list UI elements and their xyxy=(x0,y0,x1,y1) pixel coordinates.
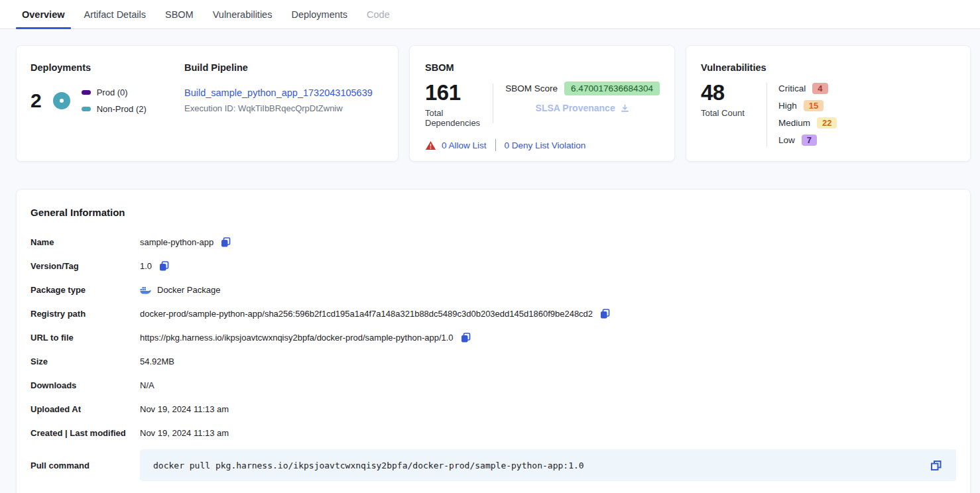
build-pipeline-section: Build Pipeline Build_sample_python_app_1… xyxy=(184,62,385,148)
deployments-section: Deployments 2 Prod (0) Non-Prod (2) xyxy=(31,62,184,148)
execution-id-text: Execution ID: WqkTiIbBRqecQrpDtZwniw xyxy=(184,103,385,113)
tab-artifact-details-label: Artifact Details xyxy=(84,9,146,20)
tab-overview[interactable]: Overview xyxy=(16,0,71,28)
created-modified-value: Nov 19, 2024 11:13 am xyxy=(140,428,229,438)
name-label: Name xyxy=(31,237,140,247)
vulnerabilities-divider xyxy=(766,83,767,146)
download-icon xyxy=(620,103,630,113)
general-information-rows: Name sample-python-app Version/Tag 1.0 xyxy=(31,235,956,481)
severity-list: Critical 4 High 15 Medium 22 Low 7 xyxy=(778,82,837,146)
version-tag-label: Version/Tag xyxy=(31,261,140,271)
copy-icon xyxy=(929,459,943,472)
allow-list-label: 0 Allow List xyxy=(442,140,487,150)
registry-path-value: docker-prod/sample-python-app/sha256:596… xyxy=(140,309,593,319)
severity-row-critical: Critical 4 xyxy=(778,82,837,95)
prod-legend-swatch xyxy=(82,90,91,95)
vulnerabilities-body: 48 Total Count Critical 4 High 15 Medium xyxy=(701,82,955,146)
vulnerabilities-total-count: 48 xyxy=(701,82,755,103)
links-separator xyxy=(495,139,496,151)
url-to-file-value: https://pkg.harness.io/ikpsjoavtcwxnqisy… xyxy=(140,333,454,343)
sbom-policy-links: 0 Allow List 0 Deny List Violation xyxy=(425,139,660,151)
sbom-title: SBOM xyxy=(425,62,660,73)
tab-vulnerabilities[interactable]: Vulnerabilities xyxy=(207,0,278,28)
row-downloads: Downloads N/A xyxy=(31,378,956,392)
non-prod-legend-label: Non-Prod (2) xyxy=(97,104,147,114)
url-to-file-label: URL to file xyxy=(31,333,140,343)
slsa-provenance-label: SLSA Provenance xyxy=(536,103,615,113)
allow-list-link[interactable]: 0 Allow List xyxy=(425,140,487,150)
slsa-provenance-link[interactable]: SLSA Provenance xyxy=(505,103,660,113)
low-count-badge: 7 xyxy=(802,135,817,146)
row-pull-command: Pull command docker pull pkg.harness.io/… xyxy=(31,449,956,481)
sbom-card: SBOM 161 Total Dependencies SBOM Score 6… xyxy=(409,45,675,162)
tab-sbom-label: SBOM xyxy=(165,9,194,20)
sbom-score-row: SBOM Score 6.470017636684304 xyxy=(505,82,660,95)
row-name: Name sample-python-app xyxy=(31,235,956,249)
size-label: Size xyxy=(31,356,140,366)
created-modified-label: Created | Last modified xyxy=(31,428,140,438)
deny-list-link[interactable]: 0 Deny List Violation xyxy=(505,140,586,150)
copy-version-button[interactable] xyxy=(158,260,170,272)
sbom-score-badge: 6.470017636684304 xyxy=(564,82,660,95)
tab-bar: Overview Artifact Details SBOM Vulnerabi… xyxy=(0,0,980,29)
legend-item-prod: Prod (0) xyxy=(82,87,147,97)
row-uploaded-at: Uploaded At Nov 19, 2024 11:13 am xyxy=(31,402,956,416)
high-count-badge: 15 xyxy=(804,100,824,111)
medium-count-badge: 22 xyxy=(817,117,837,129)
critical-label: Critical xyxy=(778,83,806,93)
tab-artifact-details[interactable]: Artifact Details xyxy=(78,0,152,28)
registry-path-label: Registry path xyxy=(31,309,140,319)
copy-icon xyxy=(158,260,170,272)
severity-row-low: Low 7 xyxy=(778,133,837,146)
summary-cards-row: Deployments 2 Prod (0) Non-Prod (2) xyxy=(16,45,971,162)
medium-label: Medium xyxy=(778,118,810,128)
copy-pull-command-button[interactable] xyxy=(929,459,943,472)
copy-icon xyxy=(459,331,472,344)
severity-row-high: High 15 xyxy=(778,99,837,112)
uploaded-at-label: Uploaded At xyxy=(31,404,140,414)
docker-icon xyxy=(140,286,151,294)
build-pipeline-title: Build Pipeline xyxy=(184,62,385,73)
legend-item-non-prod: Non-Prod (2) xyxy=(82,104,147,114)
tab-deployments[interactable]: Deployments xyxy=(285,0,353,28)
row-created-modified: Created | Last modified Nov 19, 2024 11:… xyxy=(31,425,956,440)
critical-count-badge: 4 xyxy=(812,83,827,94)
pull-command-box: docker pull pkg.harness.io/ikpsjoavtcwxn… xyxy=(140,449,956,481)
deployments-title: Deployments xyxy=(31,62,184,73)
sbom-total-count: 161 xyxy=(425,82,480,103)
deployments-donut-chart xyxy=(53,92,70,109)
tab-code[interactable]: Code xyxy=(361,0,396,28)
copy-name-button[interactable] xyxy=(219,236,232,248)
package-type-value: Docker Package xyxy=(157,285,220,295)
copy-url-button[interactable] xyxy=(459,331,472,344)
tab-vulnerabilities-label: Vulnerabilities xyxy=(213,9,273,20)
tab-deployments-label: Deployments xyxy=(291,9,347,20)
sbom-score-block: SBOM Score 6.470017636684304 SLSA Proven… xyxy=(505,82,660,128)
package-type-label: Package type xyxy=(31,285,140,295)
copy-registry-path-button[interactable] xyxy=(599,307,611,320)
non-prod-legend-swatch xyxy=(82,107,91,111)
vulnerabilities-card: Vulnerabilities 48 Total Count Critical … xyxy=(686,45,971,162)
deny-list-label: 0 Deny List Violation xyxy=(505,140,586,150)
pull-command-label: Pull command xyxy=(31,461,140,470)
copy-icon xyxy=(219,236,232,248)
vulnerabilities-title: Vulnerabilities xyxy=(701,62,955,73)
tab-sbom[interactable]: SBOM xyxy=(159,0,200,28)
tab-overview-label: Overview xyxy=(22,9,65,20)
sbom-body: 161 Total Dependencies SBOM Score 6.4700… xyxy=(425,82,660,128)
deployments-card: Deployments 2 Prod (0) Non-Prod (2) xyxy=(16,45,398,162)
severity-row-medium: Medium 22 xyxy=(778,116,837,129)
vulnerabilities-total-block: 48 Total Count xyxy=(701,82,755,146)
low-label: Low xyxy=(778,135,795,145)
build-pipeline-link[interactable]: Build_sample_python_app_1732043105639 xyxy=(184,87,385,98)
row-version-tag: Version/Tag 1.0 xyxy=(31,258,956,273)
deployments-body: 2 Prod (0) Non-Prod (2) xyxy=(31,87,184,114)
uploaded-at-value: Nov 19, 2024 11:13 am xyxy=(140,404,229,414)
warning-icon xyxy=(425,140,436,150)
deployments-total-count: 2 xyxy=(31,91,42,111)
copy-icon xyxy=(599,307,611,320)
page-content: Deployments 2 Prod (0) Non-Prod (2) xyxy=(0,29,980,493)
downloads-value: N/A xyxy=(140,380,154,390)
tab-code-label: Code xyxy=(367,9,390,20)
general-information-title: General Information xyxy=(31,207,956,218)
